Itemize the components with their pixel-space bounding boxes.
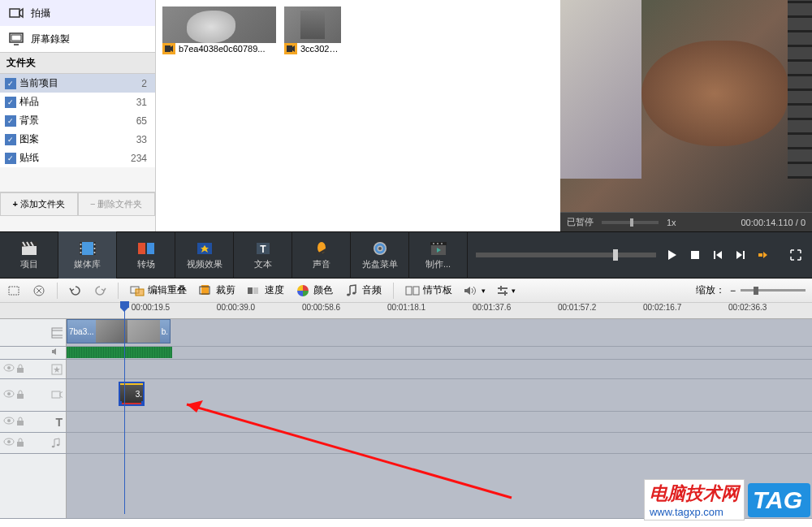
nav-label: 转场 bbox=[137, 258, 155, 270]
text-track[interactable] bbox=[67, 412, 812, 432]
check-icon: ✓ bbox=[5, 115, 16, 127]
volume-button[interactable]: ▾ bbox=[464, 285, 486, 296]
fullscreen-button[interactable] bbox=[788, 247, 804, 263]
folder-item[interactable]: ✓ 样品 31 bbox=[0, 93, 155, 111]
folder-name: 当前项目 bbox=[19, 76, 141, 90]
video-clip-selected[interactable]: 3. bbox=[119, 382, 145, 406]
nav-media[interactable]: 媒体库 bbox=[58, 231, 117, 279]
nav-label: 媒体库 bbox=[74, 258, 101, 270]
step-button[interactable] bbox=[755, 247, 771, 263]
folder-count: 234 bbox=[131, 153, 147, 164]
overlay-track[interactable] bbox=[67, 360, 812, 378]
ruler-tick: 00:00:58.6 bbox=[300, 303, 386, 318]
media-thumb[interactable]: b7ea4038e0c60789... bbox=[162, 6, 276, 54]
svg-rect-51 bbox=[498, 292, 508, 294]
music-track-head[interactable] bbox=[0, 433, 67, 453]
mic-icon bbox=[312, 240, 331, 257]
svg-point-69 bbox=[7, 440, 11, 443]
playhead[interactable] bbox=[124, 303, 125, 514]
speed-button[interactable]: 速度 bbox=[247, 283, 284, 298]
folder-item-current[interactable]: ✓ 当前项目 2 bbox=[0, 74, 155, 93]
svg-point-31 bbox=[441, 243, 443, 244]
storyboard-button[interactable]: 情节板 bbox=[405, 283, 452, 298]
tool-delete-button[interactable] bbox=[32, 284, 45, 297]
svg-rect-63 bbox=[17, 394, 24, 399]
edit-overlap-button[interactable]: 编辑重叠 bbox=[130, 283, 187, 298]
settings-button[interactable]: ▾ bbox=[497, 285, 516, 296]
next-button[interactable] bbox=[732, 247, 749, 263]
svg-rect-32 bbox=[691, 251, 699, 259]
folder-count: 31 bbox=[136, 97, 147, 108]
add-folder-button[interactable]: + 添加文件夹 bbox=[0, 192, 78, 216]
folder-item[interactable]: ✓ 贴纸 234 bbox=[0, 149, 155, 167]
zoom-slider[interactable] bbox=[741, 289, 806, 292]
eye-icon bbox=[3, 438, 15, 449]
screen-record-button[interactable]: 屏幕錄製 bbox=[0, 26, 155, 52]
nav-bar: 项目 媒体库 转场 视频效果 T 文本 声音 光盘菜单 制作... bbox=[0, 231, 812, 279]
svg-point-66 bbox=[7, 419, 11, 422]
nav-disc[interactable]: 光盘菜单 bbox=[351, 231, 409, 279]
svg-rect-70 bbox=[17, 442, 24, 447]
audio-track[interactable] bbox=[67, 347, 812, 359]
svg-point-30 bbox=[437, 243, 438, 244]
eye-icon bbox=[3, 417, 15, 428]
capture-button[interactable]: 拍攝 bbox=[0, 0, 155, 26]
undo-button[interactable] bbox=[69, 285, 82, 296]
svg-rect-54 bbox=[52, 328, 63, 338]
lock-icon bbox=[16, 438, 28, 449]
video-track[interactable]: 7ba3... b. bbox=[67, 319, 812, 346]
svg-rect-44 bbox=[248, 287, 253, 294]
disc-icon bbox=[370, 240, 390, 257]
svg-rect-6 bbox=[22, 246, 37, 255]
speed-slider[interactable] bbox=[602, 221, 659, 224]
nav-text[interactable]: T 文本 bbox=[234, 231, 292, 279]
nav-transition[interactable]: 转场 bbox=[117, 231, 175, 279]
playback-status: 已暂停 bbox=[567, 216, 594, 228]
video2-track-head[interactable] bbox=[0, 379, 67, 411]
video-clip[interactable]: 7ba3... b. bbox=[67, 319, 171, 343]
media-thumb[interactable]: 3cc302532830f61c4... bbox=[284, 6, 341, 54]
star-icon bbox=[51, 364, 63, 375]
svg-rect-36 bbox=[9, 287, 19, 295]
video-track-head[interactable] bbox=[0, 319, 67, 346]
nav-audio[interactable]: 声音 bbox=[292, 231, 351, 279]
music-track[interactable] bbox=[67, 433, 812, 453]
delete-folder-button[interactable]: − 删除文件夹 bbox=[78, 192, 156, 216]
nav-project[interactable]: 项目 bbox=[0, 231, 58, 279]
nav-label: 文本 bbox=[254, 258, 272, 270]
zoom-label: 缩放： bbox=[696, 283, 725, 297]
preview-video[interactable] bbox=[560, 0, 812, 212]
nav-produce[interactable]: 制作... bbox=[409, 231, 468, 279]
color-button[interactable]: 颜色 bbox=[296, 283, 333, 298]
audio-track-head[interactable] bbox=[0, 347, 67, 359]
folder-list: ✓ 当前项目 2 ✓ 样品 31 ✓ 背景 65 ✓ 图案 33 ✓ 贴纸 bbox=[0, 74, 155, 167]
nav-effects[interactable]: 视频效果 bbox=[175, 231, 234, 279]
folder-item[interactable]: ✓ 图案 33 bbox=[0, 130, 155, 149]
tool-cut-button[interactable] bbox=[6, 284, 21, 297]
audio-clip[interactable] bbox=[67, 347, 172, 358]
overlay-track-head[interactable] bbox=[0, 360, 67, 378]
video-icon bbox=[284, 43, 297, 54]
svg-point-47 bbox=[352, 292, 356, 294]
crop-button[interactable]: 裁剪 bbox=[198, 283, 235, 298]
prev-button[interactable] bbox=[710, 247, 726, 263]
film-icon bbox=[78, 240, 97, 257]
text-icon: T bbox=[55, 416, 63, 429]
video2-track[interactable]: 3. bbox=[67, 379, 812, 411]
speaker-icon bbox=[51, 348, 63, 359]
zoom-out-button[interactable]: − bbox=[730, 285, 736, 296]
svg-rect-8 bbox=[82, 242, 93, 255]
svg-point-11 bbox=[80, 244, 81, 245]
nav-label: 声音 bbox=[313, 258, 330, 270]
stop-button[interactable] bbox=[687, 247, 703, 263]
check-icon: ✓ bbox=[5, 153, 16, 164]
scrub-slider[interactable] bbox=[476, 253, 656, 257]
folder-item[interactable]: ✓ 背景 65 bbox=[0, 111, 155, 130]
svg-point-12 bbox=[80, 248, 81, 249]
svg-point-58 bbox=[7, 366, 11, 369]
audio-button[interactable]: 音频 bbox=[344, 283, 382, 298]
lock-icon bbox=[16, 390, 28, 401]
redo-button[interactable] bbox=[93, 285, 106, 296]
play-button[interactable] bbox=[664, 247, 680, 263]
text-track-head[interactable]: T bbox=[0, 412, 67, 432]
